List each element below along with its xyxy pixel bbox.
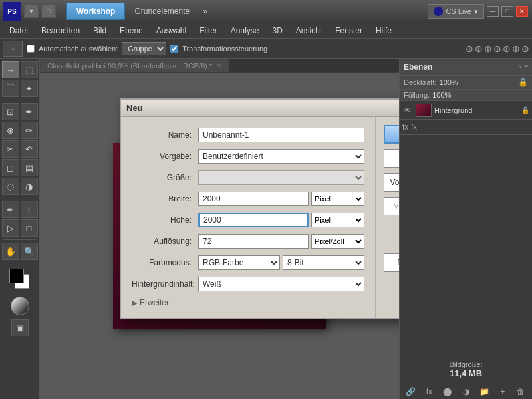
width-input[interactable] [198, 192, 309, 206]
fx-icon[interactable]: fx [402, 122, 408, 132]
adjustment-layer-btn[interactable]: ◑ [458, 387, 475, 396]
name-row: Name: [132, 128, 364, 142]
panel-menu-btn[interactable]: ≡ [524, 63, 528, 70]
background-row: Hintergrundinhalt: Weiß [132, 277, 364, 291]
window-close-btn[interactable]: ✕ [516, 6, 528, 17]
layer-style-btn[interactable]: fx [421, 387, 438, 396]
window-restore-btn[interactable]: □ [501, 6, 513, 17]
panel-image-size-label: Bildgröße: [405, 360, 527, 368]
grundelemente-btn[interactable]: Grundelemente [129, 7, 195, 16]
clone-tool[interactable]: ✂ [2, 140, 19, 158]
menu-bearbeiten[interactable]: Bearbeiten [35, 25, 86, 37]
layer-item-hintergrund[interactable]: 👁 Hintergrund 🔒 [400, 101, 532, 120]
device-central-button[interactable]: Device Central... [384, 253, 399, 272]
colormode-group: RGB-Farbe 8-Bit [198, 255, 364, 270]
menu-analyse[interactable]: Analyse [224, 25, 266, 37]
menu-bild[interactable]: Bild [86, 25, 113, 37]
height-input[interactable] [198, 213, 309, 227]
menu-datei[interactable]: Datei [3, 25, 35, 37]
options-bar: ↔ Automatisch auswählen: Gruppe Transfor… [0, 39, 532, 59]
dialog-content: Name: Vorgabe: Benutzerdefiniert [121, 117, 399, 318]
eraser-tool[interactable]: ◻ [2, 159, 19, 176]
opacity-fill-row: Deckkraft: 100% 🔒 [400, 76, 532, 90]
blur-tool[interactable]: ◌ [2, 178, 19, 195]
minimize-btn[interactable]: ▼ [24, 5, 39, 18]
opacity-value-text: 100% [440, 78, 515, 86]
path-select-tool[interactable]: ▷ [2, 219, 19, 237]
menu-filter[interactable]: Filter [193, 25, 224, 37]
zoom-tool[interactable]: 🔍 [21, 243, 38, 260]
width-unit-select[interactable]: Pixel [311, 192, 364, 206]
colormode-select[interactable]: RGB-Farbe [198, 255, 280, 270]
size-select[interactable] [198, 170, 364, 185]
menu-auswahl[interactable]: Auswahl [150, 25, 193, 37]
healing-tool[interactable]: ⊕ [2, 122, 19, 139]
selection-tool[interactable]: ⬚ [21, 61, 38, 78]
menu-ebene[interactable]: Ebene [113, 25, 150, 37]
advanced-toggle[interactable]: ▶ [132, 299, 137, 307]
preset-select[interactable]: Benutzerdefiniert [198, 149, 364, 164]
menu-ansicht[interactable]: Ansicht [289, 25, 329, 37]
width-input-group: Pixel [198, 192, 364, 206]
ok-button[interactable]: OK [384, 125, 399, 144]
bitdepth-select[interactable]: 8-Bit [283, 255, 364, 270]
height-unit-select[interactable]: Pixel [311, 213, 364, 227]
lasso-tool[interactable]: ⌒ [2, 80, 19, 97]
layer-mask-btn[interactable]: ⬤ [439, 387, 456, 396]
menu-fenster[interactable]: Fenster [329, 25, 369, 37]
resolution-unit-select[interactable]: Pixel/Zoll [311, 234, 364, 249]
shape-tool[interactable]: □ [21, 219, 38, 237]
name-input[interactable] [198, 128, 364, 142]
menu-hilfe[interactable]: Hilfe [369, 25, 398, 37]
eyedropper-tool[interactable]: ✒ [21, 103, 38, 120]
size-row: Größe: [132, 170, 364, 185]
save-preset-button[interactable]: Vorgabe speichern... [384, 173, 399, 192]
fx-label: fx [411, 123, 417, 131]
panel-expand-btn[interactable]: » [518, 63, 522, 70]
image-size-label: Bildgröße: [384, 285, 399, 300]
hand-tool[interactable]: ✋ [2, 243, 19, 260]
move-tool[interactable]: ↔ [2, 61, 19, 78]
pen-tool[interactable]: ✒ [2, 201, 19, 218]
height-row: Höhe: Pixel [132, 213, 364, 227]
left-toolbar: ↔ ⬚ ⌒ ✦ ⊡ ✒ ⊕ ✏ ✂ ↶ ◻ ▤ ◌ ◑ ✒ [0, 59, 40, 399]
window-minimize-btn[interactable]: — [487, 6, 499, 17]
new-dialog: Neu ✕ Name: Vorgabe: [120, 98, 399, 319]
quick-mask[interactable] [11, 297, 29, 315]
workspace-button[interactable]: Workshop [66, 3, 125, 20]
resolution-input[interactable] [198, 234, 309, 249]
menu-3d[interactable]: 3D [266, 25, 289, 37]
eye-icon[interactable]: 👁 [402, 106, 413, 115]
new-layer-btn[interactable]: + [494, 387, 511, 396]
group-layer-btn[interactable]: 📁 [475, 387, 493, 396]
foreground-color[interactable] [9, 269, 24, 283]
history-brush[interactable]: ↶ [21, 140, 38, 158]
auto-select-checkbox[interactable] [27, 45, 35, 53]
cslive-button[interactable]: CS Live ▾ [428, 4, 484, 19]
link-layers-btn[interactable]: 🔗 [402, 387, 420, 396]
resolution-row: Auflösung: Pixel/Zoll [132, 234, 364, 249]
text-tool[interactable]: T [21, 201, 38, 218]
cancel-button[interactable]: Abbrechen [384, 149, 399, 168]
brush-tool[interactable]: ✏ [21, 122, 38, 139]
advanced-label: Erweitert [140, 298, 251, 307]
layers-title: Ebenen [404, 63, 432, 72]
background-select[interactable]: Weiß [198, 277, 364, 291]
panel-bottom: 🔗 fx ⬤ ◑ 📁 + 🗑 [400, 384, 532, 399]
transform-checkbox[interactable] [170, 45, 178, 53]
crop-tool[interactable]: ⊡ [2, 103, 19, 120]
auto-select-label: Automatisch auswählen: [39, 45, 118, 53]
color-swatches[interactable] [9, 269, 31, 290]
delete-layer-btn[interactable]: 🗑 [512, 387, 529, 396]
height-input-group: Pixel [198, 213, 364, 227]
dodge-tool[interactable]: ◑ [21, 178, 38, 195]
preset-label: Vorgabe: [132, 152, 198, 161]
magic-wand-tool[interactable]: ✦ [21, 80, 38, 97]
screen-mode-btn[interactable]: ▣ [11, 319, 29, 336]
auto-select-dropdown[interactable]: Gruppe [122, 42, 166, 55]
delete-preset-button[interactable]: Vorgabe löschen... [384, 197, 399, 215]
gradient-tool[interactable]: ▤ [21, 159, 38, 176]
expand-workspaces[interactable]: » [198, 7, 213, 16]
canvas-area: Glaseffekt.psd bei 90,9% (Blendenflecke,… [40, 59, 399, 399]
expand-btn[interactable]: □ [41, 5, 56, 18]
